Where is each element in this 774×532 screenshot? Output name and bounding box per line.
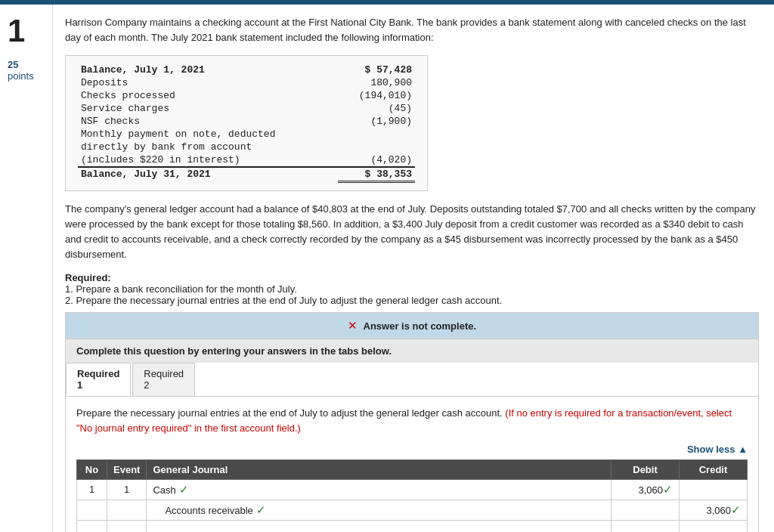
col-event: Event: [107, 459, 147, 479]
bank-statement-row: Service charges(45): [78, 102, 415, 115]
journal-credit[interactable]: [680, 479, 748, 500]
left-sidebar: 1 25 points: [0, 5, 53, 532]
required-title: Required:: [65, 272, 111, 283]
journal-row: 11Cash ✓3,060✓: [77, 479, 748, 500]
bs-label: Monthly payment on note, deducted: [78, 128, 338, 141]
check-icon: ✓: [176, 483, 189, 496]
journal-account-text: Cash: [153, 484, 175, 496]
bs-label: Checks processed: [78, 89, 338, 102]
journal-debit[interactable]: [611, 500, 680, 520]
journal-debit[interactable]: [611, 520, 680, 532]
col-no: No: [77, 459, 107, 479]
instruction-text: Prepare the necessary journal entries at…: [76, 407, 503, 419]
journal-account[interactable]: [147, 520, 611, 532]
answer-box: ✕ Answer is not complete. Complete this …: [65, 312, 759, 532]
show-less[interactable]: Show less ▲: [76, 444, 748, 455]
credit-check-icon: ✓: [731, 503, 741, 516]
journal-credit[interactable]: [680, 520, 748, 532]
bs-amount: [338, 128, 415, 141]
bs-label: directly by bank from account: [78, 141, 338, 153]
answer-header: ✕ Answer is not complete.: [66, 313, 758, 339]
check-icon: ✓: [253, 503, 266, 516]
journal-row: [77, 520, 748, 532]
journal-no: 1: [77, 479, 107, 500]
main-content: Harrison Company maintains a checking ac…: [53, 5, 774, 532]
tab-required-1-line1: Required: [77, 368, 119, 379]
bs-label: (includes $220 in interest): [78, 153, 338, 167]
bs-amount: [338, 141, 415, 153]
tab-required-2-line1: Required: [144, 368, 184, 379]
journal-account[interactable]: Accounts receivable ✓: [147, 500, 611, 520]
bank-statement-row: directly by bank from account: [78, 141, 415, 153]
bank-statement-final-row: Balance, July 31, 2021$ 38,353: [78, 167, 415, 182]
bs-amount: (4,020): [338, 153, 415, 167]
tab-required-2[interactable]: Required 2: [132, 363, 195, 396]
narrative-text: The company's general ledger account had…: [65, 202, 759, 263]
error-icon: ✕: [348, 319, 358, 332]
points-unit: points: [8, 70, 34, 82]
points-label: 25: [8, 59, 18, 70]
journal-table: No Event General Journal Debit Credit 11…: [76, 459, 748, 532]
tab-required-1-line2: 1: [77, 379, 82, 391]
tab-instruction: Prepare the necessary journal entries at…: [76, 406, 748, 436]
problem-text: Harrison Company maintains a checking ac…: [65, 15, 759, 45]
tab-required-2-line2: 2: [144, 379, 149, 391]
journal-event: [107, 500, 147, 520]
journal-event: 1: [107, 479, 147, 500]
col-debit: Debit: [611, 459, 680, 479]
tabs-row: Required 1 Required 2: [66, 363, 758, 397]
journal-debit[interactable]: 3,060✓: [611, 479, 680, 500]
journal-account-text: Accounts receivable: [165, 505, 252, 516]
tab-content: Prepare the necessary journal entries at…: [66, 397, 758, 532]
tab-required-1[interactable]: Required 1: [66, 363, 131, 396]
bank-statement-row: Monthly payment on note, deducted: [78, 128, 415, 141]
bs-label: Service charges: [78, 102, 338, 115]
bank-statement-row: (includes $220 in interest)(4,020): [78, 153, 415, 167]
bs-final-amount: $ 38,353: [338, 167, 415, 182]
bank-statement-row: Checks processed(194,010): [78, 89, 415, 102]
required-section: Required: 1. Prepare a bank reconciliati…: [65, 272, 759, 306]
complete-msg: Complete this question by entering your …: [66, 339, 758, 363]
bs-label: Balance, July 1, 2021: [78, 63, 338, 76]
bs-amount: $ 57,428: [338, 63, 415, 76]
required-item-1: 1. Prepare a bank reconciliation for the…: [65, 283, 297, 295]
answer-header-text: Answer is not complete.: [364, 320, 477, 332]
bank-statement: Balance, July 1, 2021$ 57,428 Deposits18…: [65, 55, 428, 191]
required-item-2: 2. Prepare the necessary journal entries…: [65, 295, 502, 306]
bank-statement-row: Deposits180,900: [78, 76, 415, 89]
journal-row: Accounts receivable ✓3,060✓: [77, 500, 748, 520]
debit-check-icon: ✓: [663, 483, 673, 496]
bs-label: NSF checks: [78, 115, 338, 128]
col-credit: Credit: [680, 459, 748, 479]
bs-amount: 180,900: [338, 76, 415, 89]
bs-label: Deposits: [78, 76, 338, 89]
bs-amount: (45): [338, 102, 415, 115]
journal-event: [107, 520, 147, 532]
bs-amount: (194,010): [338, 89, 415, 102]
journal-no: [77, 500, 107, 520]
journal-no: [77, 520, 107, 532]
bank-statement-row: NSF checks(1,900): [78, 115, 415, 128]
bs-final-label: Balance, July 31, 2021: [78, 167, 338, 182]
question-number: 1: [8, 15, 25, 47]
col-general-journal: General Journal: [147, 459, 611, 479]
bank-statement-row: Balance, July 1, 2021$ 57,428: [78, 63, 415, 76]
journal-account[interactable]: Cash ✓: [147, 479, 611, 500]
journal-credit[interactable]: 3,060✓: [680, 500, 748, 520]
bs-amount: (1,900): [338, 115, 415, 128]
